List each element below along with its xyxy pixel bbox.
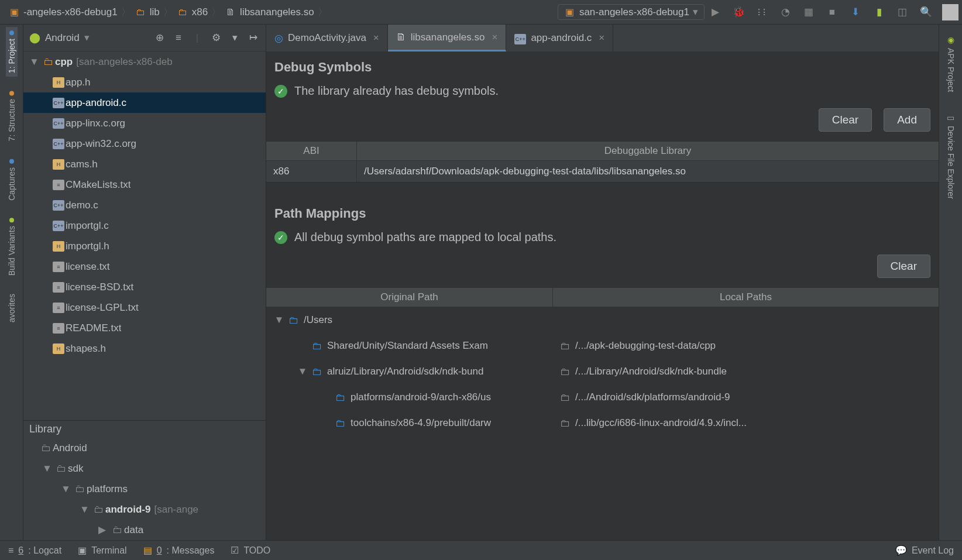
map-row[interactable]: ▼🗀alruiz/Library/Android/sdk/ndk-bund 🗀/… (266, 359, 939, 384)
label: demo.c (66, 200, 98, 211)
chevron-down-icon[interactable]: ▼ (272, 314, 286, 326)
chevron-right-icon: 〉 (318, 5, 328, 19)
map-row[interactable]: ▼🗀/Users (266, 307, 939, 333)
run-config-selector[interactable]: ▣ san-angeles-x86-debug1 ▾ (558, 4, 705, 20)
tree-folder[interactable]: ▼🗀android-9[san-ange (23, 499, 266, 520)
tool-window-project[interactable]: 1: Project (6, 27, 18, 77)
profile-icon[interactable]: ⫶⫶ (755, 5, 769, 19)
tree-file[interactable]: C++importgl.c (23, 215, 266, 236)
clear-button[interactable]: Clear (877, 255, 930, 278)
chevron-down-icon[interactable]: ▼ (61, 483, 73, 495)
h-file-icon: H (53, 343, 64, 354)
tool-window-event-log[interactable]: 💬Event Log (895, 545, 954, 556)
tab-demoactivity[interactable]: ◎DemoActivity.java× (266, 25, 388, 51)
tool-window-captures[interactable]: Captures (6, 156, 18, 204)
label: Library (29, 423, 61, 435)
avatar[interactable] (942, 4, 958, 20)
tab-libsanangeles[interactable]: 🗎libsanangeles.so× (388, 25, 507, 51)
label: /Users (304, 314, 332, 326)
chevron-down-icon[interactable]: ▼ (296, 366, 310, 377)
chevron-down-icon[interactable]: ▼ (29, 56, 41, 68)
tree-file[interactable]: Himportgl.h (23, 236, 266, 256)
label: cpp (55, 56, 73, 68)
project-tree[interactable]: ▼ 🗀 cpp [san-angeles-x86-deb Happ.h C++a… (23, 51, 266, 420)
chevron-down-icon[interactable]: ▼ (80, 504, 91, 516)
chevron-down-icon[interactable]: ▾ (84, 32, 90, 44)
tree-file[interactable]: C++demo.c (23, 195, 266, 215)
tree-file[interactable]: ≡CMakeLists.txt (23, 174, 266, 195)
divider: | (191, 32, 204, 44)
tree-file[interactable]: ≡license-LGPL.txt (23, 297, 266, 318)
map-row[interactable]: 🗀toolchains/x86-4.9/prebuilt/darw 🗀/...l… (266, 410, 939, 436)
main-area: 1: Project 7: Structure Captures Build V… (0, 25, 962, 540)
tool-window-todo[interactable]: ☑TODO (231, 545, 270, 556)
path-mappings-tree[interactable]: ▼🗀/Users 🗀Shared/Unity/Standard Assets E… (266, 307, 939, 436)
map-row[interactable]: 🗀Shared/Unity/Standard Assets Exam 🗀/...… (266, 333, 939, 359)
tree-file[interactable]: C++app-win32.c.org (23, 133, 266, 154)
scroll-from-source-icon[interactable]: ⊕ (153, 32, 166, 44)
collapse-all-icon[interactable]: ≡ (172, 32, 185, 44)
tree-folder-cpp[interactable]: ▼ 🗀 cpp [san-angeles-x86-deb (23, 51, 266, 72)
label: APK Project (946, 48, 956, 92)
close-icon[interactable]: × (373, 32, 379, 44)
layout-icon[interactable]: ◫ (895, 5, 909, 19)
label: importgl.h (66, 241, 109, 252)
sdk-icon[interactable]: ▮ (872, 5, 886, 19)
breadcrumb[interactable]: ▣ -angeles-x86-debug1 〉 🗀 lib 〉 🗀 x86 〉 … (4, 4, 332, 20)
tree-file[interactable]: ≡license.txt (23, 256, 266, 277)
tool-window-favorites[interactable]: avorites (6, 290, 18, 326)
gear-icon[interactable]: ⚙ (209, 32, 222, 44)
tool-window-build-variants[interactable]: Build Variants (6, 214, 18, 279)
status-bar: ≡6: Logcat ▣Terminal ▤0: Messages ☑TODO … (0, 540, 962, 560)
search-icon[interactable]: 🔍 (919, 5, 933, 19)
tool-window-logcat[interactable]: ≡6: Logcat (8, 545, 61, 556)
tree-folder[interactable]: ▶🗀data (23, 520, 266, 540)
chevron-right-icon[interactable]: ▶ (98, 524, 110, 536)
label: license-LGPL.txt (66, 302, 139, 314)
add-button[interactable]: Add (884, 108, 930, 132)
attach-icon[interactable]: ▦ (802, 5, 816, 19)
stop-icon[interactable]: ■ (825, 5, 839, 19)
tree-file-selected[interactable]: C++app-android.c (23, 92, 266, 113)
debug-libs-row[interactable]: x86 /Users/adarshf/Downloads/apk-debuggi… (266, 161, 939, 183)
chevron-down-icon[interactable]: ▼ (42, 463, 54, 475)
col-library: Debuggable Library (357, 142, 939, 160)
folder-icon: 🗀 (54, 463, 68, 475)
tree-file[interactable]: ≡license-BSD.txt (23, 277, 266, 297)
num: 0 (157, 545, 162, 556)
speed-icon[interactable]: ◔ (778, 5, 792, 19)
tree-folder[interactable]: ▼🗀platforms (23, 479, 266, 499)
label: data (124, 524, 143, 536)
download-icon[interactable]: ⬇ (848, 5, 863, 19)
tree-folder[interactable]: 🗀Android (23, 438, 266, 458)
view-mode-label[interactable]: Android (45, 32, 80, 44)
tool-window-apk-project[interactable]: ◉ APK Project (945, 32, 957, 95)
library-tree[interactable]: 🗀Android ▼🗀sdk ▼🗀platforms ▼🗀android-9[s… (23, 438, 266, 540)
folder-icon: 🗀 (312, 366, 322, 378)
map-row[interactable]: 🗀platforms/android-9/arch-x86/us 🗀/.../A… (266, 384, 939, 410)
messages-icon: ▤ (143, 545, 152, 556)
label: /.../Android/sdk/platforms/android-9 (575, 391, 730, 403)
check-icon: ✓ (274, 231, 287, 244)
chevron-down-icon[interactable]: ▾ (228, 32, 241, 44)
debug-icon[interactable]: 🐞 (731, 5, 745, 19)
tree-file[interactable]: Hshapes.h (23, 338, 266, 359)
tool-window-messages[interactable]: ▤0: Messages (143, 545, 215, 556)
tree-folder[interactable]: ▼🗀sdk (23, 458, 266, 479)
tree-file[interactable]: Happ.h (23, 72, 266, 92)
tab-app-android[interactable]: C++app-android.c× (506, 25, 613, 51)
label: app-linx.c.org (66, 118, 125, 129)
tool-window-structure[interactable]: 7: Structure (6, 87, 18, 145)
tree-file[interactable]: ≡README.txt (23, 318, 266, 338)
tool-window-device-file-explorer[interactable]: ▭ Device File Explorer (945, 109, 957, 202)
tool-window-terminal[interactable]: ▣Terminal (78, 545, 126, 556)
chevron-down-icon: ▾ (693, 6, 698, 18)
tree-file[interactable]: C++app-linx.c.org (23, 113, 266, 133)
android-icon: ◉ (946, 35, 956, 44)
clear-button[interactable]: Clear (819, 108, 872, 132)
hide-icon[interactable]: ↦ (247, 32, 260, 44)
close-icon[interactable]: × (599, 32, 604, 44)
run-icon[interactable]: ▶ (708, 5, 722, 19)
close-icon[interactable]: × (492, 32, 497, 43)
tree-file[interactable]: Hcams.h (23, 154, 266, 174)
